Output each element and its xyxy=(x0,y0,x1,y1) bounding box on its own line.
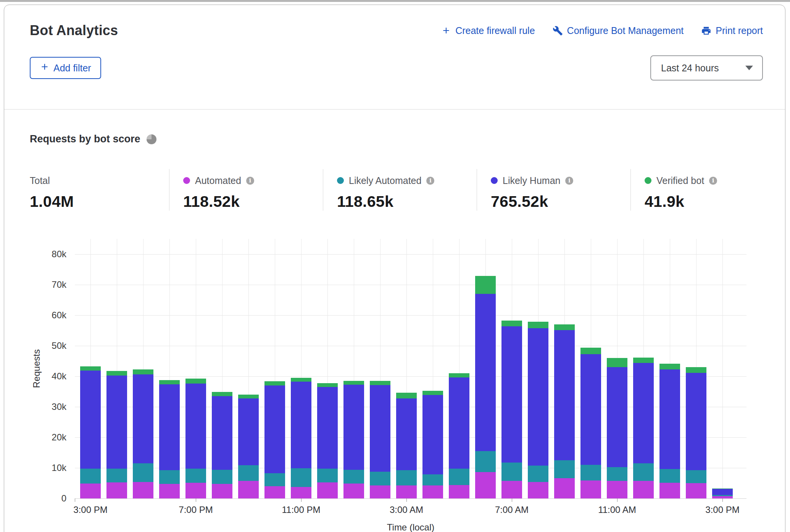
bar-segment-automated xyxy=(580,480,601,498)
bar-stack[interactable] xyxy=(212,392,232,498)
bar-segment-automated xyxy=(370,485,390,498)
y-tick-label: 50k xyxy=(52,340,66,351)
bar-stack[interactable] xyxy=(185,379,206,498)
print-report-label: Print report xyxy=(716,25,763,36)
bar-segment-automated xyxy=(475,472,496,498)
create-firewall-rule-link[interactable]: Create firewall rule xyxy=(441,25,535,36)
gridline-horizontal xyxy=(75,254,746,255)
bar-stack[interactable] xyxy=(159,380,180,498)
bar-stack[interactable] xyxy=(633,358,654,498)
bar-segment-automated xyxy=(686,483,706,498)
bar-stack[interactable] xyxy=(238,395,259,498)
bar-segment-verified-bot xyxy=(185,379,206,384)
bar-segment-verified-bot xyxy=(159,380,180,384)
bar-stack[interactable] xyxy=(422,391,443,498)
section-title: Requests by bot score xyxy=(30,133,140,145)
bar-segment-likely-automated xyxy=(686,470,706,483)
bar-stack[interactable] xyxy=(343,381,364,498)
bar-segment-likely-human xyxy=(106,376,127,469)
bar-stack[interactable] xyxy=(554,324,575,498)
x-tick-label: 7:00 AM xyxy=(495,505,529,515)
bar-segment-likely-automated xyxy=(159,470,180,484)
bar-stack[interactable] xyxy=(528,322,548,498)
create-firewall-rule-label: Create firewall rule xyxy=(455,25,535,36)
bar-segment-verified-bot xyxy=(475,276,496,294)
bar-segment-automated xyxy=(264,486,285,498)
likely-human-legend-dot xyxy=(491,177,498,184)
bar-stack[interactable] xyxy=(501,321,522,498)
bar-segment-verified-bot xyxy=(106,371,127,376)
gridline-horizontal xyxy=(75,285,746,285)
bar-segment-likely-automated xyxy=(212,470,232,484)
bar-segment-likely-human xyxy=(291,382,311,468)
bar-segment-verified-bot xyxy=(528,322,548,328)
bar-segment-likely-automated xyxy=(238,465,259,481)
stat-total: Total 1.04M xyxy=(30,169,169,211)
info-icon[interactable]: i xyxy=(426,177,434,185)
bar-stack[interactable] xyxy=(449,373,469,498)
add-filter-button[interactable]: Add filter xyxy=(30,57,101,79)
bar-stack[interactable] xyxy=(370,381,390,498)
bar-stack[interactable] xyxy=(686,367,706,498)
bar-segment-likely-automated xyxy=(501,463,522,481)
bar-stack[interactable] xyxy=(291,378,311,498)
card-header: Bot Analytics Create firewall rule Confi… xyxy=(4,5,785,110)
automated-legend-dot xyxy=(183,177,190,184)
x-tick-label: 7:00 PM xyxy=(179,505,213,515)
bar-segment-verified-bot xyxy=(317,383,338,387)
bar-stack[interactable] xyxy=(133,369,153,498)
bar-segment-likely-automated xyxy=(422,474,443,486)
bar-segment-likely-automated xyxy=(554,460,575,478)
bar-segment-automated xyxy=(317,482,338,498)
bar-segment-likely-human xyxy=(264,385,285,473)
verified-bot-legend-dot xyxy=(645,177,651,184)
print-report-link[interactable]: Print report xyxy=(701,25,763,36)
stat-verified-bot-value: 41.9k xyxy=(645,193,784,211)
bar-segment-automated xyxy=(659,483,680,498)
info-icon[interactable]: i xyxy=(246,177,254,185)
bar-segment-automated xyxy=(133,482,153,498)
gridline-horizontal xyxy=(75,498,746,499)
bar-segment-likely-human xyxy=(133,374,153,463)
configure-bot-management-link[interactable]: Configure Bot Management xyxy=(553,25,684,36)
wrench-icon xyxy=(553,26,563,36)
info-icon[interactable]: i xyxy=(565,177,573,185)
bar-segment-verified-bot xyxy=(659,364,680,369)
bar-stack[interactable] xyxy=(80,366,101,498)
stat-likely-automated: Likely Automated i 118.65k xyxy=(323,169,477,211)
bar-stack[interactable] xyxy=(475,276,496,498)
bar-segment-likely-human xyxy=(343,385,364,469)
bar-stack[interactable] xyxy=(607,358,627,498)
info-icon[interactable]: i xyxy=(709,177,717,185)
bar-segment-verified-bot xyxy=(607,358,627,367)
bar-segment-automated xyxy=(80,484,101,498)
add-filter-label: Add filter xyxy=(53,63,91,74)
bar-segment-likely-automated xyxy=(264,473,285,486)
stat-verified-bot-label: Verified bot xyxy=(656,175,704,186)
bar-stack[interactable] xyxy=(264,381,285,498)
y-tick-label: 0 xyxy=(61,493,66,504)
bar-segment-automated xyxy=(343,484,364,498)
bar-segment-likely-human xyxy=(528,328,548,466)
bar-segment-verified-bot xyxy=(449,373,469,377)
bar-segment-verified-bot xyxy=(343,381,364,385)
y-tick-label: 70k xyxy=(52,279,66,290)
bar-segment-likely-human xyxy=(370,385,390,471)
bar-segment-automated xyxy=(159,484,180,498)
stat-likely-automated-value: 118.65k xyxy=(337,193,477,211)
bar-segment-verified-bot xyxy=(212,392,232,396)
time-range-select[interactable]: Last 24 hours xyxy=(650,55,763,81)
bar-segment-verified-bot xyxy=(712,488,733,489)
bar-stack[interactable] xyxy=(712,488,733,498)
bar-stack[interactable] xyxy=(659,364,680,498)
bar-stack[interactable] xyxy=(106,371,127,498)
bar-stack[interactable] xyxy=(317,383,338,498)
bar-stack[interactable] xyxy=(396,393,417,498)
time-range-value: Last 24 hours xyxy=(661,63,719,74)
bar-stack[interactable] xyxy=(580,348,601,498)
likely-automated-legend-dot xyxy=(337,177,344,184)
bar-segment-verified-bot xyxy=(370,381,390,385)
x-tick-label: 11:00 AM xyxy=(598,505,636,515)
bar-segment-likely-automated xyxy=(580,465,601,480)
y-tick-label: 80k xyxy=(52,249,66,260)
